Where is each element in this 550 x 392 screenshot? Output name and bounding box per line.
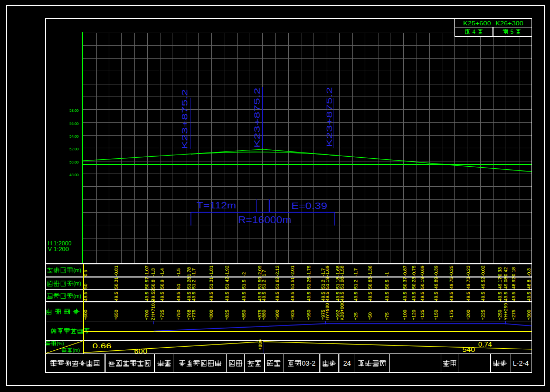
svg-text:49.5: 49.5 bbox=[144, 292, 149, 301]
svg-text:+750: +750 bbox=[176, 310, 181, 320]
svg-text:4: 4 bbox=[472, 28, 476, 35]
svg-text:49.5: 49.5 bbox=[290, 292, 295, 301]
svg-text:-0.02: -0.02 bbox=[480, 265, 486, 276]
svg-text:49.5: 49.5 bbox=[526, 292, 532, 301]
svg-text:0.74: 0.74 bbox=[478, 341, 492, 348]
svg-text:49.5: 49.5 bbox=[511, 292, 516, 301]
svg-text:0.66: 0.66 bbox=[92, 342, 111, 350]
svg-text:-1.81: -1.81 bbox=[208, 265, 214, 276]
svg-text:K23+875.2: K23+875.2 bbox=[252, 88, 261, 148]
svg-text:-2.12: -2.12 bbox=[274, 265, 280, 276]
svg-text:49.17: 49.17 bbox=[497, 277, 502, 289]
svg-text:1.7: 1.7 bbox=[261, 270, 267, 276]
svg-text:K23+875.2: K23+875.2 bbox=[325, 87, 334, 147]
svg-text:(m): (m) bbox=[73, 348, 80, 353]
svg-text:24: 24 bbox=[343, 359, 350, 367]
svg-text:-1.7: -1.7 bbox=[191, 268, 196, 276]
svg-text:0.18: 0.18 bbox=[511, 267, 516, 276]
svg-text:48.00: 48.00 bbox=[70, 173, 79, 177]
svg-text:49.5: 49.5 bbox=[274, 292, 280, 301]
svg-text:K23+875.2: K23+875.2 bbox=[180, 89, 189, 149]
svg-text:-1.07: -1.07 bbox=[144, 265, 149, 276]
svg-text:50.19: 50.19 bbox=[420, 277, 425, 289]
svg-text:K26+000: K26+000 bbox=[339, 301, 345, 320]
svg-text:5: 5 bbox=[510, 28, 514, 35]
svg-text:R=16000m: R=16000m bbox=[238, 215, 291, 225]
svg-text:51.2: 51.2 bbox=[353, 280, 358, 289]
svg-text:-2.01: -2.01 bbox=[290, 265, 295, 276]
svg-text:49.75: 49.75 bbox=[449, 277, 454, 289]
svg-text:50.9: 50.9 bbox=[159, 280, 165, 289]
svg-text:(m): (m) bbox=[73, 281, 81, 286]
svg-text:49.5: 49.5 bbox=[420, 292, 425, 301]
svg-text:+175: +175 bbox=[449, 310, 454, 320]
svg-text:-0.69: -0.69 bbox=[420, 265, 425, 276]
svg-text:T=112m: T=112m bbox=[197, 200, 236, 211]
svg-text:49.5: 49.5 bbox=[176, 292, 181, 301]
svg-text:49.5: 49.5 bbox=[480, 292, 486, 301]
svg-text:49.5: 49.5 bbox=[503, 292, 508, 301]
svg-text:H 1:2000: H 1:2000 bbox=[48, 241, 72, 246]
svg-text:51.5: 51.5 bbox=[241, 280, 246, 289]
svg-text:49.5: 49.5 bbox=[83, 292, 88, 301]
svg-text:V 1:200: V 1:200 bbox=[48, 246, 69, 252]
svg-text:+800: +800 bbox=[208, 310, 214, 320]
svg-text:+75: +75 bbox=[384, 312, 390, 320]
svg-text:YH+259: YH+259 bbox=[503, 303, 508, 320]
svg-text:+880: +880 bbox=[261, 310, 267, 320]
svg-text:50.83: 50.83 bbox=[367, 277, 373, 289]
svg-text:-0.87: -0.87 bbox=[402, 265, 407, 276]
svg-text:50.57: 50.57 bbox=[144, 277, 149, 289]
svg-text:(m): (m) bbox=[73, 267, 81, 273]
svg-text:49.52: 49.52 bbox=[480, 277, 486, 289]
svg-text:49.5: 49.5 bbox=[449, 292, 454, 301]
svg-text:+900: +900 bbox=[274, 310, 280, 320]
svg-text:52.00: 52.00 bbox=[70, 147, 79, 151]
svg-text:51.51: 51.51 bbox=[290, 277, 295, 289]
svg-text:-1.5: -1.5 bbox=[176, 268, 181, 276]
svg-text:49.08: 49.08 bbox=[503, 277, 508, 289]
svg-text:+150: +150 bbox=[433, 310, 439, 320]
svg-text:50.23: 50.23 bbox=[411, 277, 416, 289]
svg-text:49.5: 49.5 bbox=[261, 292, 267, 301]
svg-text:-0.23: -0.23 bbox=[466, 265, 471, 276]
svg-text:(m): (m) bbox=[73, 293, 81, 299]
svg-text:51.62: 51.62 bbox=[274, 277, 280, 289]
svg-text:-1.75: -1.75 bbox=[306, 265, 311, 276]
svg-text:0.5: 0.5 bbox=[83, 270, 88, 276]
svg-text:51.25: 51.25 bbox=[306, 277, 311, 289]
svg-text:540: 540 bbox=[462, 346, 475, 353]
svg-text:+100: +100 bbox=[402, 310, 407, 320]
svg-text:K25+600--K26+300: K25+600--K26+300 bbox=[463, 20, 524, 26]
svg-text:49.5: 49.5 bbox=[402, 292, 407, 301]
svg-text:49.5: 49.5 bbox=[384, 292, 390, 301]
svg-text:49.5: 49.5 bbox=[113, 292, 119, 301]
svg-text:49.5: 49.5 bbox=[411, 292, 416, 301]
svg-text:L-2-4: L-2-4 bbox=[513, 359, 528, 367]
svg-text:49.5: 49.5 bbox=[159, 292, 165, 301]
svg-text:50.5: 50.5 bbox=[384, 280, 390, 289]
svg-text:49.5: 49.5 bbox=[241, 292, 246, 301]
svg-text:49.5: 49.5 bbox=[367, 292, 373, 301]
svg-text:HY+980: HY+980 bbox=[325, 303, 330, 320]
svg-text:+725: +725 bbox=[159, 310, 165, 320]
svg-text:51.31: 51.31 bbox=[208, 277, 214, 289]
svg-text:+775: +775 bbox=[191, 310, 196, 320]
svg-text:48.8: 48.8 bbox=[526, 280, 532, 289]
svg-text:+925: +925 bbox=[290, 310, 295, 320]
svg-text:+200: +200 bbox=[466, 310, 471, 320]
svg-text:+225: +225 bbox=[480, 310, 486, 320]
svg-text:51.2: 51.2 bbox=[191, 280, 196, 289]
svg-text:(%): (%) bbox=[56, 341, 64, 346]
svg-text:49.5: 49.5 bbox=[208, 292, 214, 301]
svg-text:51.19: 51.19 bbox=[325, 277, 330, 289]
svg-text:600: 600 bbox=[134, 348, 147, 355]
svg-text:49.5: 49.5 bbox=[306, 292, 311, 301]
svg-text:+300: +300 bbox=[526, 310, 532, 320]
svg-text:50.37: 50.37 bbox=[402, 277, 407, 289]
svg-text:58.00: 58.00 bbox=[70, 108, 79, 113]
svg-text:51.42: 51.42 bbox=[224, 277, 230, 289]
svg-text:0.42: 0.42 bbox=[503, 267, 508, 276]
svg-text:+125: +125 bbox=[420, 310, 425, 320]
svg-text:51.2: 51.2 bbox=[261, 280, 267, 289]
